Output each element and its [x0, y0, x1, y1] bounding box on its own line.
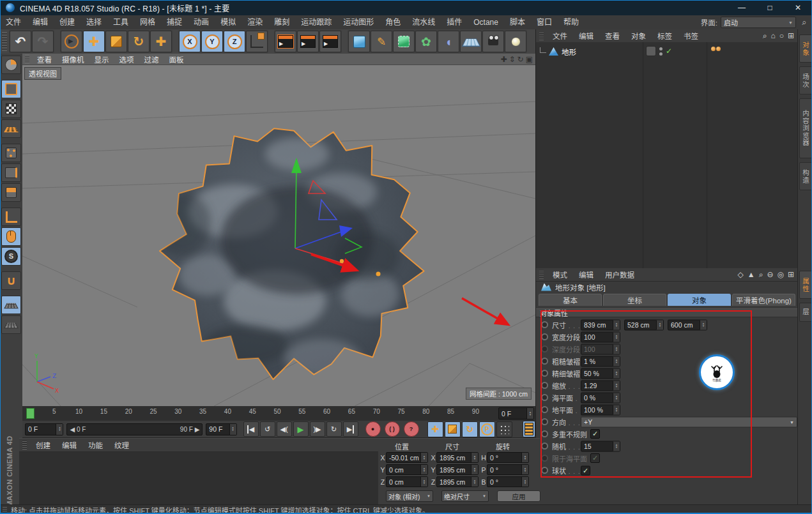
menu-item[interactable]: 雕刻: [268, 15, 295, 29]
coord-field[interactable]: 0 °▲▼: [487, 452, 529, 463]
zoom-view-icon[interactable]: ⇕: [509, 55, 516, 64]
lock-y-button[interactable]: Y: [201, 31, 223, 52]
points-mode-button[interactable]: [1, 144, 21, 162]
spinner-icon[interactable]: ▲▼: [229, 424, 236, 435]
move-button[interactable]: ✚: [83, 31, 105, 52]
value-field[interactable]: 100▲▼: [581, 331, 620, 342]
key-rotation-toggle[interactable]: ↻: [462, 421, 478, 437]
value-field[interactable]: 15▲▼: [581, 441, 620, 451]
target-icon[interactable]: ◎: [777, 271, 783, 278]
toolbar-grip[interactable]: [2, 32, 7, 51]
coord-field[interactable]: 1895 cm▲▼: [436, 464, 479, 475]
menu-item[interactable]: 对象: [625, 31, 652, 41]
keyframe-dot-icon[interactable]: [541, 418, 548, 425]
spinner-icon[interactable]: ▲▼: [420, 465, 427, 474]
modeling-commands-button[interactable]: ✿: [415, 31, 437, 52]
add-icon[interactable]: ⊞: [788, 271, 794, 278]
lock-z-button[interactable]: Z: [224, 31, 245, 52]
axis-mode-button[interactable]: [1, 208, 21, 226]
search-icon[interactable]: ⌕: [763, 32, 767, 40]
coord-field[interactable]: 0 cm▲▼: [386, 476, 428, 487]
viewport-solo-button[interactable]: [1, 227, 21, 246]
keyframe-selection-button[interactable]: [523, 421, 535, 437]
spinner-icon[interactable]: ▲▼: [613, 320, 620, 329]
snap-enable-button[interactable]: S: [1, 247, 21, 266]
menu-item[interactable]: 插件: [441, 15, 468, 29]
value-field[interactable]: 1 %▲▼: [581, 356, 620, 367]
timeline-ruler[interactable]: 051015202530354045505560657075808590 0 F…: [22, 406, 535, 421]
menu-item[interactable]: 纹理: [109, 440, 135, 450]
panel-grip[interactable]: [22, 441, 27, 450]
camera-objects-button[interactable]: [482, 31, 504, 52]
deformers-button[interactable]: ◖: [438, 31, 459, 52]
menu-item[interactable]: 帮助: [558, 15, 585, 29]
search-icon[interactable]: ⌕: [759, 271, 763, 278]
menu-item[interactable]: 模拟: [215, 15, 241, 29]
keyframe-dot-icon[interactable]: [541, 394, 548, 401]
coordinate-system-button[interactable]: [246, 31, 268, 52]
spinner-icon[interactable]: ▲▼: [471, 453, 478, 462]
start-frame-field[interactable]: 0 F ▲▼: [25, 423, 63, 435]
light-objects-button[interactable]: [505, 31, 526, 52]
spinner-icon[interactable]: ▲▼: [471, 477, 478, 487]
lock-icon[interactable]: ⊖: [767, 271, 773, 278]
keyframe-dot-icon[interactable]: [541, 442, 548, 450]
panel-grip[interactable]: [539, 270, 544, 279]
phong-tag-icon[interactable]: [711, 47, 721, 51]
enable-check-icon[interactable]: ✓: [666, 47, 672, 56]
spinner-icon[interactable]: ▲▼: [521, 465, 528, 474]
side-tab[interactable]: 场次: [799, 66, 812, 94]
live-selection-button[interactable]: ▲: [61, 31, 82, 52]
record-button[interactable]: ●: [365, 421, 381, 437]
edges-mode-button[interactable]: [1, 163, 21, 182]
history-icon[interactable]: ◇: [738, 271, 744, 278]
spinner-icon[interactable]: ▲▼: [56, 424, 63, 435]
spinner-icon[interactable]: ▲▼: [526, 408, 533, 419]
keyframe-mode-button[interactable]: ?: [404, 421, 419, 437]
keyframe-dot-icon[interactable]: [541, 321, 548, 328]
object-list[interactable]: 地形 ✓: [536, 42, 798, 268]
workplane-snap-button[interactable]: [1, 296, 21, 314]
menu-item[interactable]: 编辑: [27, 15, 54, 29]
spinner-icon[interactable]: ▲▼: [521, 477, 528, 487]
goto-end-button[interactable]: ▶: [343, 421, 358, 437]
menu-item[interactable]: 窗口: [531, 15, 558, 29]
coord-field[interactable]: 0 cm▲▼: [386, 464, 428, 475]
maximize-button[interactable]: □: [756, 0, 784, 15]
arrow-icon[interactable]: ▲: [747, 271, 755, 278]
value-field[interactable]: 600 cm▲▼: [668, 319, 707, 330]
menu-item[interactable]: 选项: [114, 54, 139, 64]
keyframe-dot-icon[interactable]: [541, 455, 548, 462]
tab-item[interactable]: 坐标: [603, 294, 666, 306]
spline-pen-button[interactable]: ✎: [371, 31, 392, 52]
interface-dropdown[interactable]: 启动 ▼: [721, 17, 796, 28]
menu-item[interactable]: 标签: [652, 31, 678, 41]
spinner-icon[interactable]: ▲▼: [613, 332, 620, 342]
next-key-button[interactable]: )▶: [310, 421, 325, 437]
checkbox[interactable]: ✓: [581, 465, 590, 475]
workplane-mode-button[interactable]: [1, 119, 21, 138]
menu-item[interactable]: 工具: [107, 15, 134, 29]
menu-item[interactable]: 查看: [599, 31, 625, 41]
menu-item[interactable]: 模式: [547, 269, 573, 280]
keyframe-dot-icon[interactable]: [541, 370, 548, 377]
spinner-icon[interactable]: ▲▼: [521, 453, 528, 462]
panel-grip[interactable]: [539, 31, 544, 40]
spinner-icon[interactable]: ▲▼: [420, 453, 427, 462]
toggle-view-icon[interactable]: ▣: [526, 55, 533, 64]
current-frame-field[interactable]: 0 F ▲▼: [498, 407, 534, 420]
menu-item[interactable]: 运动跟踪: [295, 15, 337, 29]
key-scale-toggle[interactable]: [445, 421, 461, 437]
autokey-button[interactable]: ( ): [385, 421, 400, 437]
spinner-icon[interactable]: ▲▼: [613, 381, 620, 390]
render-view-button[interactable]: ▶: [275, 31, 296, 52]
value-field[interactable]: 100 %▲▼: [581, 404, 620, 415]
checkbox[interactable]: ✓: [590, 429, 600, 439]
close-button[interactable]: ✕: [784, 0, 812, 15]
object-row-terrain[interactable]: 地形: [539, 46, 576, 57]
play-button[interactable]: ▶: [293, 421, 309, 437]
menu-item[interactable]: 网格: [134, 15, 161, 29]
lock-x-button[interactable]: X: [179, 31, 201, 52]
primitive-cube-button[interactable]: [348, 31, 370, 52]
side-tab[interactable]: 层: [799, 303, 812, 322]
